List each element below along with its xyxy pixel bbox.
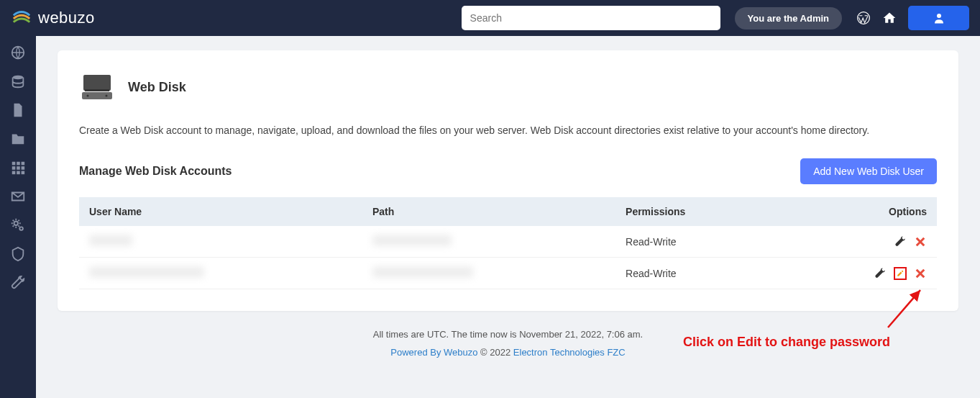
svg-rect-6 bbox=[22, 162, 25, 166]
sidebar-cogs-icon[interactable] bbox=[10, 217, 26, 233]
section-header-row: Manage Web Disk Accounts Add New Web Dis… bbox=[79, 158, 937, 184]
svg-point-3 bbox=[13, 76, 24, 80]
table-row: Read-Write bbox=[79, 226, 937, 258]
user-menu-button[interactable] bbox=[908, 6, 969, 30]
delete-icon[interactable] bbox=[914, 235, 927, 248]
cell-username bbox=[79, 258, 362, 289]
admin-badge: You are the Admin bbox=[735, 7, 842, 30]
edit-icon[interactable] bbox=[894, 267, 907, 280]
table-header-row: User Name Path Permissions Options bbox=[79, 197, 937, 226]
th-path: Path bbox=[362, 197, 615, 226]
annotation-text: Click on Edit to change password bbox=[683, 335, 890, 350]
cell-username bbox=[79, 226, 362, 258]
th-username: User Name bbox=[79, 197, 362, 226]
svg-rect-10 bbox=[12, 171, 16, 175]
content-card: Web Disk Create a Web Disk account to ma… bbox=[58, 50, 958, 311]
sidebar-file-icon[interactable] bbox=[10, 102, 26, 118]
svg-point-14 bbox=[19, 227, 23, 230]
svg-rect-9 bbox=[22, 166, 25, 170]
svg-line-20 bbox=[888, 290, 920, 327]
svg-point-17 bbox=[87, 95, 89, 97]
svg-rect-19 bbox=[85, 89, 109, 91]
cell-path bbox=[362, 258, 615, 289]
disk-icon bbox=[79, 72, 115, 102]
wrench-icon[interactable] bbox=[874, 267, 887, 280]
svg-rect-4 bbox=[12, 162, 16, 166]
top-header: webuzo You are the Admin bbox=[0, 0, 980, 36]
left-sidebar bbox=[0, 36, 36, 398]
webdisk-table: User Name Path Permissions Options Read-… bbox=[79, 197, 937, 289]
sidebar-grid-icon[interactable] bbox=[10, 160, 26, 176]
page-header: Web Disk bbox=[79, 72, 937, 102]
sidebar-shield-icon[interactable] bbox=[10, 246, 26, 262]
cell-path bbox=[362, 226, 615, 258]
search-input[interactable] bbox=[470, 12, 712, 24]
svg-rect-15 bbox=[83, 75, 111, 91]
sidebar-folder-icon[interactable] bbox=[10, 131, 26, 147]
search-box[interactable] bbox=[462, 6, 720, 30]
company-link[interactable]: Electron Technologies FZC bbox=[513, 347, 626, 358]
annotation-arrow bbox=[881, 284, 931, 335]
wrench-icon[interactable] bbox=[894, 235, 907, 248]
svg-rect-8 bbox=[17, 166, 20, 170]
page-description: Create a Web Disk account to manage, nav… bbox=[79, 122, 937, 138]
cell-permissions: Read-Write bbox=[615, 226, 783, 258]
th-permissions: Permissions bbox=[615, 197, 783, 226]
svg-rect-7 bbox=[12, 166, 16, 170]
table-row: Read-Write bbox=[79, 258, 937, 289]
powered-link[interactable]: Powered By Webuzo bbox=[390, 347, 477, 358]
logo-text: webuzo bbox=[38, 9, 95, 27]
svg-point-18 bbox=[106, 95, 108, 97]
wordpress-icon[interactable] bbox=[856, 11, 871, 25]
svg-rect-16 bbox=[82, 92, 112, 99]
sidebar-database-icon[interactable] bbox=[10, 73, 26, 89]
delete-icon[interactable] bbox=[914, 267, 927, 280]
webuzo-logo-icon bbox=[11, 7, 32, 29]
svg-rect-5 bbox=[17, 162, 20, 166]
page-title: Web Disk bbox=[128, 80, 186, 95]
cell-permissions: Read-Write bbox=[615, 258, 783, 289]
home-icon[interactable] bbox=[882, 11, 897, 25]
svg-point-13 bbox=[14, 222, 19, 226]
th-options: Options bbox=[783, 197, 937, 226]
section-title: Manage Web Disk Accounts bbox=[79, 165, 232, 178]
sidebar-globe-icon[interactable] bbox=[10, 45, 26, 60]
logo[interactable]: webuzo bbox=[11, 7, 95, 29]
add-webdisk-user-button[interactable]: Add New Web Disk User bbox=[800, 158, 937, 184]
sidebar-envelope-icon[interactable] bbox=[10, 189, 26, 204]
svg-rect-12 bbox=[22, 171, 25, 175]
cell-options bbox=[783, 226, 937, 258]
sidebar-wrench-icon[interactable] bbox=[10, 275, 26, 291]
svg-point-1 bbox=[937, 14, 941, 18]
svg-rect-11 bbox=[17, 171, 20, 175]
